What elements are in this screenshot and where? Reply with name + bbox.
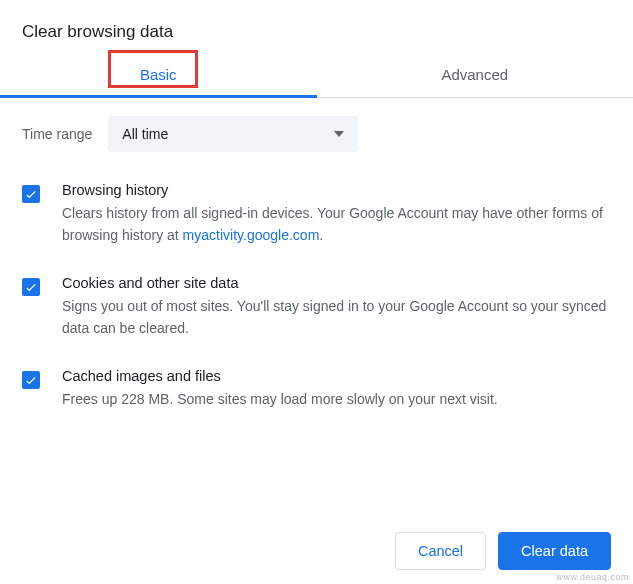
option-title: Cached images and files xyxy=(62,368,611,384)
checkbox-browsing-history[interactable] xyxy=(22,185,40,203)
option-cache: Cached images and files Frees up 228 MB.… xyxy=(22,354,611,424)
time-range-label: Time range xyxy=(22,126,92,142)
options-list: Browsing history Clears history from all… xyxy=(0,160,633,424)
tab-active-underline xyxy=(0,95,317,98)
option-desc: Clears history from all signed-in device… xyxy=(62,202,611,247)
time-range-select[interactable]: All time xyxy=(108,116,358,152)
option-desc: Frees up 228 MB. Some sites may load mor… xyxy=(62,388,611,410)
check-icon xyxy=(24,280,38,294)
chevron-down-icon xyxy=(334,131,344,137)
watermark: www.deuaq.com xyxy=(556,572,629,582)
tab-basic[interactable]: Basic xyxy=(0,52,317,97)
dialog-footer: Cancel Clear data xyxy=(395,532,611,570)
option-title: Cookies and other site data xyxy=(62,275,611,291)
check-icon xyxy=(24,187,38,201)
tabs-bar: Basic Advanced xyxy=(0,52,633,98)
dialog-title: Clear browsing data xyxy=(0,0,633,52)
check-icon xyxy=(24,373,38,387)
option-title: Browsing history xyxy=(62,182,611,198)
cancel-button[interactable]: Cancel xyxy=(395,532,486,570)
time-range-value: All time xyxy=(122,126,168,142)
option-browsing-history: Browsing history Clears history from all… xyxy=(22,168,611,261)
clear-data-button[interactable]: Clear data xyxy=(498,532,611,570)
checkbox-cache[interactable] xyxy=(22,371,40,389)
tab-advanced[interactable]: Advanced xyxy=(317,52,634,97)
option-cookies: Cookies and other site data Signs you ou… xyxy=(22,261,611,354)
option-desc: Signs you out of most sites. You'll stay… xyxy=(62,295,611,340)
time-range-row: Time range All time xyxy=(0,98,633,160)
myactivity-link[interactable]: myactivity.google.com xyxy=(183,227,320,243)
checkbox-cookies[interactable] xyxy=(22,278,40,296)
